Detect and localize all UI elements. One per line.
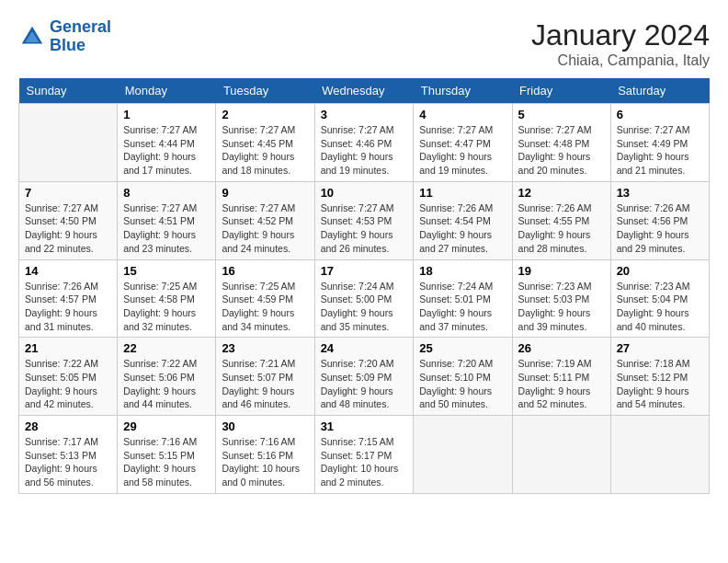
- day-cell: 1Sunrise: 7:27 AMSunset: 4:44 PMDaylight…: [118, 104, 216, 182]
- day-number: 17: [321, 264, 408, 278]
- day-cell: 25Sunrise: 7:20 AMSunset: 5:10 PMDayligh…: [414, 338, 512, 416]
- day-number: 21: [25, 341, 111, 355]
- day-detail: Sunrise: 7:27 AMSunset: 4:52 PMDaylight:…: [222, 201, 308, 256]
- day-number: 23: [222, 341, 308, 355]
- day-number: 14: [25, 264, 111, 278]
- day-cell: [610, 416, 709, 494]
- calendar-body: 1Sunrise: 7:27 AMSunset: 4:44 PMDaylight…: [19, 104, 710, 494]
- day-detail: Sunrise: 7:15 AMSunset: 5:17 PMDaylight:…: [321, 435, 408, 489]
- day-cell: 31Sunrise: 7:15 AMSunset: 5:17 PMDayligh…: [314, 416, 414, 494]
- week-row-1: 7Sunrise: 7:27 AMSunset: 4:50 PMDaylight…: [19, 181, 710, 259]
- day-detail: Sunrise: 7:26 AMSunset: 4:55 PMDaylight:…: [518, 201, 605, 256]
- day-cell: 6Sunrise: 7:27 AMSunset: 4:49 PMDaylight…: [610, 104, 709, 182]
- calendar-title: January 2024: [531, 18, 710, 52]
- day-detail: Sunrise: 7:27 AMSunset: 4:53 PMDaylight:…: [321, 201, 408, 256]
- day-number: 8: [123, 186, 210, 200]
- day-detail: Sunrise: 7:16 AMSunset: 5:15 PMDaylight:…: [123, 435, 210, 489]
- day-number: 28: [25, 419, 111, 433]
- day-number: 20: [617, 264, 703, 278]
- day-detail: Sunrise: 7:22 AMSunset: 5:05 PMDaylight:…: [25, 357, 111, 411]
- logo-icon: [18, 23, 46, 51]
- day-number: 7: [25, 186, 111, 200]
- day-cell: [19, 104, 118, 182]
- day-number: 16: [222, 264, 308, 278]
- calendar-subtitle: Chiaia, Campania, Italy: [531, 52, 710, 69]
- day-cell: 28Sunrise: 7:17 AMSunset: 5:13 PMDayligh…: [19, 416, 118, 494]
- day-cell: 12Sunrise: 7:26 AMSunset: 4:55 PMDayligh…: [512, 181, 610, 259]
- title-block: January 2024 Chiaia, Campania, Italy: [531, 18, 710, 69]
- header-day-saturday: Saturday: [610, 78, 709, 104]
- day-number: 9: [222, 186, 308, 200]
- day-cell: 21Sunrise: 7:22 AMSunset: 5:05 PMDayligh…: [19, 338, 118, 416]
- day-detail: Sunrise: 7:27 AMSunset: 4:47 PMDaylight:…: [419, 123, 506, 178]
- day-cell: 9Sunrise: 7:27 AMSunset: 4:52 PMDaylight…: [216, 181, 314, 259]
- day-number: 6: [617, 108, 703, 121]
- day-number: 5: [518, 108, 605, 121]
- day-number: 22: [123, 341, 210, 355]
- day-cell: 22Sunrise: 7:22 AMSunset: 5:06 PMDayligh…: [118, 338, 216, 416]
- day-number: 30: [222, 419, 308, 433]
- day-detail: Sunrise: 7:27 AMSunset: 4:48 PMDaylight:…: [518, 123, 605, 178]
- header-day-monday: Monday: [118, 78, 216, 104]
- day-number: 26: [518, 341, 605, 355]
- day-number: 18: [419, 264, 506, 278]
- day-detail: Sunrise: 7:23 AMSunset: 5:04 PMDaylight:…: [617, 280, 703, 334]
- header-day-sunday: Sunday: [19, 78, 118, 104]
- day-number: 2: [222, 108, 308, 121]
- day-cell: 26Sunrise: 7:19 AMSunset: 5:11 PMDayligh…: [512, 338, 610, 416]
- day-cell: 30Sunrise: 7:16 AMSunset: 5:16 PMDayligh…: [216, 416, 314, 494]
- day-cell: 17Sunrise: 7:24 AMSunset: 5:00 PMDayligh…: [314, 259, 414, 338]
- day-detail: Sunrise: 7:22 AMSunset: 5:06 PMDaylight:…: [123, 357, 210, 411]
- day-cell: 27Sunrise: 7:18 AMSunset: 5:12 PMDayligh…: [610, 338, 709, 416]
- day-cell: 3Sunrise: 7:27 AMSunset: 4:46 PMDaylight…: [314, 104, 414, 182]
- day-detail: Sunrise: 7:25 AMSunset: 4:58 PMDaylight:…: [123, 280, 210, 334]
- day-cell: 10Sunrise: 7:27 AMSunset: 4:53 PMDayligh…: [314, 181, 414, 259]
- day-cell: 11Sunrise: 7:26 AMSunset: 4:54 PMDayligh…: [414, 181, 512, 259]
- day-cell: 2Sunrise: 7:27 AMSunset: 4:45 PMDaylight…: [216, 104, 314, 182]
- day-number: 31: [321, 419, 408, 433]
- day-number: 27: [617, 341, 703, 355]
- day-cell: 18Sunrise: 7:24 AMSunset: 5:01 PMDayligh…: [414, 259, 512, 338]
- day-number: 19: [518, 264, 605, 278]
- header-day-thursday: Thursday: [414, 78, 512, 104]
- day-number: 15: [123, 264, 210, 278]
- day-number: 13: [617, 186, 703, 200]
- logo-text: General Blue: [50, 18, 111, 55]
- day-detail: Sunrise: 7:27 AMSunset: 4:45 PMDaylight:…: [222, 123, 308, 178]
- day-cell: 5Sunrise: 7:27 AMSunset: 4:48 PMDaylight…: [512, 104, 610, 182]
- day-cell: 20Sunrise: 7:23 AMSunset: 5:04 PMDayligh…: [610, 259, 709, 338]
- day-number: 10: [321, 186, 408, 200]
- day-cell: 7Sunrise: 7:27 AMSunset: 4:50 PMDaylight…: [19, 181, 118, 259]
- day-cell: 4Sunrise: 7:27 AMSunset: 4:47 PMDaylight…: [414, 104, 512, 182]
- header-day-friday: Friday: [512, 78, 610, 104]
- day-cell: [414, 416, 512, 494]
- day-detail: Sunrise: 7:24 AMSunset: 5:01 PMDaylight:…: [419, 280, 506, 334]
- day-cell: 8Sunrise: 7:27 AMSunset: 4:51 PMDaylight…: [118, 181, 216, 259]
- day-cell: 19Sunrise: 7:23 AMSunset: 5:03 PMDayligh…: [512, 259, 610, 338]
- day-number: 11: [419, 186, 506, 200]
- day-number: 4: [419, 108, 506, 121]
- day-detail: Sunrise: 7:27 AMSunset: 4:50 PMDaylight:…: [25, 201, 111, 256]
- day-detail: Sunrise: 7:27 AMSunset: 4:46 PMDaylight:…: [321, 123, 408, 178]
- header-day-tuesday: Tuesday: [216, 78, 314, 104]
- logo: General Blue: [18, 18, 111, 55]
- day-detail: Sunrise: 7:19 AMSunset: 5:11 PMDaylight:…: [518, 357, 605, 411]
- day-detail: Sunrise: 7:17 AMSunset: 5:13 PMDaylight:…: [25, 435, 111, 489]
- calendar-header: SundayMondayTuesdayWednesdayThursdayFrid…: [19, 78, 710, 104]
- day-cell: [512, 416, 610, 494]
- day-detail: Sunrise: 7:26 AMSunset: 4:57 PMDaylight:…: [25, 280, 111, 334]
- day-detail: Sunrise: 7:21 AMSunset: 5:07 PMDaylight:…: [222, 357, 308, 411]
- week-row-2: 14Sunrise: 7:26 AMSunset: 4:57 PMDayligh…: [19, 259, 710, 338]
- day-detail: Sunrise: 7:26 AMSunset: 4:56 PMDaylight:…: [617, 201, 703, 256]
- day-number: 29: [123, 419, 210, 433]
- day-cell: 29Sunrise: 7:16 AMSunset: 5:15 PMDayligh…: [118, 416, 216, 494]
- day-detail: Sunrise: 7:18 AMSunset: 5:12 PMDaylight:…: [617, 357, 703, 411]
- day-detail: Sunrise: 7:25 AMSunset: 4:59 PMDaylight:…: [222, 280, 308, 334]
- day-detail: Sunrise: 7:27 AMSunset: 4:49 PMDaylight:…: [617, 123, 703, 178]
- day-detail: Sunrise: 7:27 AMSunset: 4:44 PMDaylight:…: [123, 123, 210, 178]
- logo-line1: General: [50, 17, 111, 36]
- day-detail: Sunrise: 7:23 AMSunset: 5:03 PMDaylight:…: [518, 280, 605, 334]
- day-detail: Sunrise: 7:20 AMSunset: 5:09 PMDaylight:…: [321, 357, 408, 411]
- day-detail: Sunrise: 7:16 AMSunset: 5:16 PMDaylight:…: [222, 435, 308, 489]
- day-cell: 24Sunrise: 7:20 AMSunset: 5:09 PMDayligh…: [314, 338, 414, 416]
